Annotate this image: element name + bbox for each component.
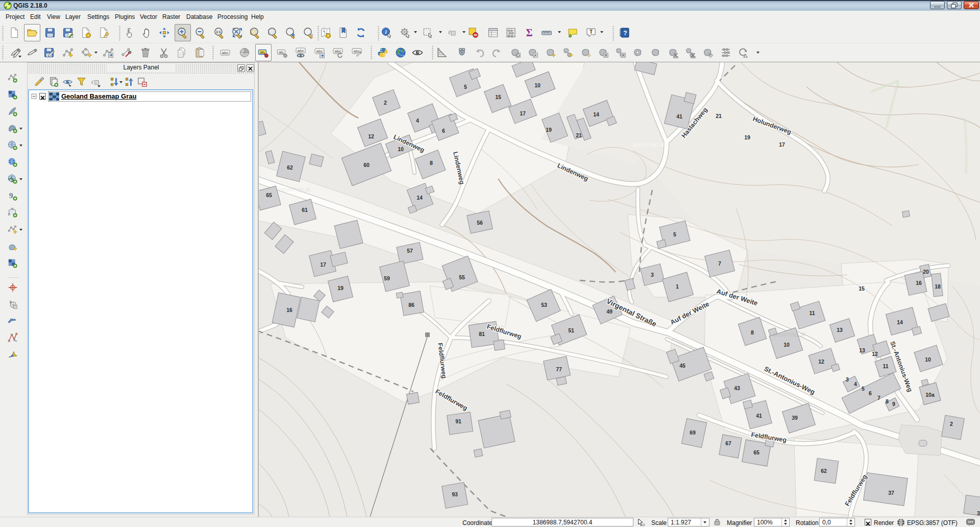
svg-text:basemap.at: basemap.at	[633, 141, 665, 148]
svg-text:11: 11	[883, 363, 888, 369]
svg-text:19: 19	[337, 285, 344, 291]
svg-text:21: 21	[576, 132, 582, 138]
svg-text:basemap.at: basemap.at	[278, 186, 310, 193]
svg-text:49: 49	[606, 308, 612, 315]
svg-text:15: 15	[495, 94, 501, 100]
svg-text:39: 39	[792, 415, 798, 421]
svg-text:17: 17	[779, 141, 785, 148]
svg-text:2: 2	[950, 421, 953, 427]
svg-text:6: 6	[869, 390, 872, 396]
svg-text:65: 65	[266, 192, 272, 198]
svg-text:abc: abc	[335, 49, 341, 54]
svg-text:12: 12	[872, 351, 878, 357]
svg-text:21: 21	[716, 113, 722, 119]
svg-text:19: 19	[744, 134, 750, 140]
svg-text:16: 16	[286, 307, 292, 313]
svg-text:51: 51	[568, 327, 574, 333]
svg-text:13: 13	[837, 327, 843, 333]
svg-text:3: 3	[977, 510, 980, 516]
svg-text:T: T	[590, 29, 593, 35]
svg-text:62: 62	[287, 164, 293, 171]
svg-text:ε: ε	[91, 78, 94, 85]
svg-text:3: 3	[651, 272, 654, 278]
svg-text:91: 91	[455, 418, 461, 424]
svg-text:10: 10	[925, 356, 931, 363]
svg-text:4: 4	[854, 381, 857, 387]
svg-text:ε: ε	[448, 28, 451, 36]
svg-text:12: 12	[368, 133, 374, 139]
svg-text:37: 37	[888, 490, 894, 496]
svg-text:19: 19	[546, 127, 552, 133]
svg-text:14: 14	[416, 195, 423, 201]
svg-text:6: 6	[442, 128, 445, 134]
svg-text:ab: ab	[260, 50, 264, 55]
svg-text:45: 45	[679, 363, 685, 369]
svg-text:abc: abc	[222, 51, 229, 55]
svg-text:3: 3	[846, 376, 849, 382]
svg-text:ab: ab	[279, 50, 283, 55]
svg-text:9: 9	[892, 401, 895, 407]
svg-text:12: 12	[818, 358, 824, 365]
svg-text:7: 7	[718, 260, 721, 267]
svg-text:43: 43	[734, 385, 740, 391]
svg-text:77: 77	[556, 366, 562, 372]
svg-text:14: 14	[593, 111, 599, 117]
svg-text:60: 60	[363, 162, 370, 168]
svg-text:20: 20	[923, 269, 929, 275]
svg-text:59: 59	[384, 275, 390, 281]
svg-text:18: 18	[935, 283, 941, 290]
svg-text:8: 8	[430, 160, 433, 166]
svg-text:10a: 10a	[925, 392, 935, 398]
svg-text:62: 62	[821, 468, 827, 474]
svg-text:1:1: 1:1	[216, 30, 221, 34]
svg-text:abc: abc	[298, 49, 304, 53]
svg-text:Σ: Σ	[526, 27, 532, 38]
svg-text:5: 5	[673, 231, 676, 237]
svg-text:86: 86	[408, 302, 414, 308]
svg-text:2: 2	[384, 100, 387, 106]
svg-text:55: 55	[459, 274, 465, 280]
svg-text:17: 17	[520, 110, 526, 116]
svg-text:81: 81	[479, 331, 485, 337]
svg-text:5: 5	[464, 84, 467, 90]
svg-text:69: 69	[690, 429, 696, 436]
svg-text:53: 53	[541, 302, 547, 308]
svg-text:14: 14	[897, 319, 903, 325]
svg-text:15: 15	[859, 285, 865, 292]
svg-text:17: 17	[320, 261, 326, 268]
svg-text:56: 56	[477, 220, 483, 226]
svg-text:7: 7	[877, 395, 880, 401]
svg-text:?: ?	[623, 30, 627, 37]
svg-text:65: 65	[753, 449, 760, 456]
svg-text:41: 41	[756, 413, 762, 419]
svg-text:57: 57	[407, 248, 413, 254]
svg-text:8: 8	[751, 329, 754, 336]
svg-text:10: 10	[783, 342, 790, 348]
svg-text:5: 5	[862, 386, 865, 392]
svg-text:41: 41	[676, 113, 682, 119]
svg-text:basemap.at: basemap.at	[773, 331, 805, 338]
svg-text:16: 16	[916, 280, 922, 286]
svg-text:8: 8	[886, 398, 889, 404]
svg-text:93: 93	[452, 491, 458, 497]
svg-text:abc: abc	[316, 49, 323, 54]
svg-text:11: 11	[809, 310, 815, 316]
svg-text:61: 61	[302, 207, 308, 213]
svg-text:67: 67	[725, 440, 731, 446]
svg-text:10: 10	[534, 82, 541, 88]
svg-text:10: 10	[398, 146, 404, 152]
svg-text:4: 4	[416, 117, 419, 124]
svg-text:1: 1	[676, 283, 679, 290]
svg-text:13: 13	[859, 347, 865, 353]
